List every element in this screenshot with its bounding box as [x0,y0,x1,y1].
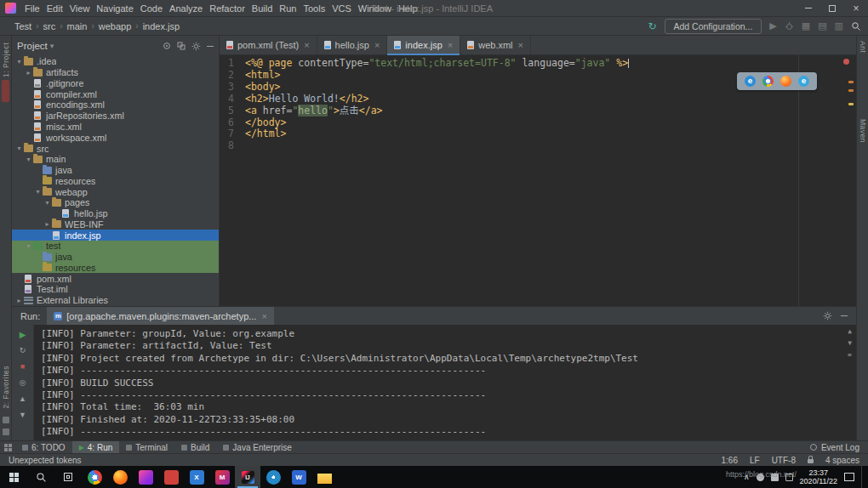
menu-navigate[interactable]: Navigate [93,0,136,17]
start-button[interactable] [0,466,27,488]
tree-expand-arrow-icon[interactable]: ▾ [25,242,32,250]
close-tab-icon[interactable]: × [374,40,380,50]
tree-item-resources[interactable]: resources [12,263,219,274]
close-tab-icon[interactable]: × [518,40,523,50]
line-separator[interactable]: LF [750,456,760,465]
tree-item-webapp[interactable]: ▾webapp [12,186,219,197]
action-center-icon[interactable] [844,473,854,481]
tree-item-test[interactable]: ▾test [12,241,219,252]
editor-tab-web.xml[interactable]: web.xml× [460,36,531,54]
error-stripe-mark[interactable] [848,89,854,92]
coverage-icon[interactable]: ▦ [802,21,810,31]
tray-status-icon-1[interactable] [757,474,764,481]
tray-status-icon-2[interactable] [771,474,779,481]
soft-wrap-icon[interactable]: ≡ [848,352,852,359]
ant-tool-button[interactable]: Ant [859,41,867,53]
tree-item-external-libraries[interactable]: ▸External Libraries [12,295,219,306]
add-configuration-button[interactable]: Add Configuration... [665,19,762,34]
breadcrumb-item-main[interactable]: main [66,21,89,31]
chrome-browser-icon[interactable] [762,76,774,87]
left-stripe-tool-badge[interactable] [2,80,9,102]
editor-body[interactable]: 1<%@ page contentType="text/html;charset… [220,55,856,306]
tree-expand-arrow-icon[interactable]: ▸ [15,297,23,304]
ie-browser-icon[interactable]: e [798,76,809,87]
left-stripe-icon-2[interactable] [3,428,9,435]
stop-button[interactable]: ■ [16,361,30,372]
tool-window-button-4-run[interactable]: ▶4: Run [72,441,120,453]
error-indicator-icon[interactable] [843,59,849,65]
taskbar-app-intellij[interactable]: IJ [235,466,260,488]
menu-build[interactable]: Build [248,0,276,17]
read-only-lock-icon[interactable] [808,459,814,463]
search-everywhere-icon[interactable] [851,21,861,31]
tool-window-button-terminal[interactable]: Terminal [119,441,174,453]
file-encoding[interactable]: UTF-8 [772,456,796,465]
scroll-up-icon[interactable]: ▲ [16,394,30,405]
tree-item-resources[interactable]: resources [12,175,219,186]
taskbar-clock[interactable]: 23:37 2020/11/22 [800,468,837,485]
run-configuration-tab[interactable]: m [org.apache.maven.plugins:maven-archet… [47,307,274,325]
rerun-button[interactable]: ▶ [16,329,30,340]
load-maven-changes-icon[interactable]: ↻ [648,21,656,31]
down-stack-icon[interactable]: ▼ [848,340,852,347]
menu-file[interactable]: File [21,0,43,17]
status-message[interactable]: Unexpected tokens [9,456,82,465]
tree-item-hello.jsp[interactable]: hello.jsp [12,208,219,219]
editor-tab-pom.xml-test-[interactable]: pom.xml (Test)× [220,36,317,54]
tree-item-test.iml[interactable]: Test.iml [12,284,219,295]
tree-expand-arrow-icon[interactable]: ▾ [15,58,23,65]
favorites-tool-button[interactable]: 2: Favorites [2,366,10,408]
tree-item-java[interactable]: java [12,252,219,263]
tree-item-pages[interactable]: ▾pages [12,197,219,208]
tree-item-artifacts[interactable]: ▸artifacts [12,67,219,78]
project-tool-button[interactable]: 1: Project [2,43,10,77]
profiler-icon[interactable]: ▤ [818,21,826,31]
tool-window-button-java-enterprise[interactable]: Java Enterprise [216,441,298,453]
tree-item-.idea[interactable]: ▾.idea [12,56,219,67]
menu-tools[interactable]: Tools [300,0,328,17]
tree-expand-arrow-icon[interactable]: ▸ [43,220,51,228]
tray-chevron-icon[interactable]: ∧ [744,473,750,481]
settings-gear-icon[interactable] [191,42,201,51]
close-tab-icon[interactable]: × [448,40,453,50]
taskbar-app-chrome[interactable] [82,466,107,488]
tree-expand-arrow-icon[interactable]: ▾ [34,188,42,196]
taskbar-app-explorer[interactable] [311,466,337,488]
tree-item-jarrepositories.xml[interactable]: jarRepositories.xml [12,111,219,122]
breadcrumb-item-test[interactable]: Test [14,21,32,31]
debug-button[interactable] [785,21,794,31]
maximize-button[interactable] [820,0,844,16]
error-stripe-mark[interactable] [848,81,854,83]
pin-icon[interactable]: ◎ [16,377,30,389]
tree-item-encodings.xml[interactable]: encodings.xml [12,99,219,111]
tree-expand-arrow-icon[interactable]: ▾ [43,199,51,207]
tree-expand-arrow-icon[interactable]: ▸ [25,69,32,77]
scroll-down-icon[interactable]: ▼ [16,410,30,421]
tree-item-misc.xml[interactable]: misc.xml [12,122,219,133]
menu-code[interactable]: Code [137,0,166,17]
tree-item-compiler.xml[interactable]: compiler.xml [12,88,219,99]
menu-edit[interactable]: Edit [43,0,66,17]
close-button[interactable]: × [844,0,868,16]
hide-panel-icon[interactable] [207,46,214,47]
breadcrumb-item-index.jsp[interactable]: index.jsp [142,21,180,31]
locate-file-icon[interactable] [163,42,171,50]
task-view-button[interactable] [54,466,82,488]
layout-icon[interactable]: ▥ [835,21,843,31]
breadcrumb-item-webapp[interactable]: webapp [98,21,133,31]
menu-view[interactable]: View [66,0,94,17]
left-stripe-icon-1[interactable] [3,417,9,423]
tree-item-src[interactable]: ▾src [12,143,219,154]
taskbar-app-teal[interactable] [260,466,286,488]
editor-tab-index.jsp[interactable]: index.jsp× [387,36,460,54]
menu-run[interactable]: Run [276,0,300,17]
tree-item-main[interactable]: ▾main [12,154,219,165]
taskbar-app-m[interactable]: M [209,466,235,488]
menu-refactor[interactable]: Refactor [206,0,248,17]
code-area[interactable]: 1<%@ page contentType="text/html;charset… [220,55,856,152]
minimize-button[interactable] [797,0,820,16]
taskbar-app-wps[interactable]: W [286,466,311,488]
menu-analyze[interactable]: Analyze [166,0,206,17]
tray-status-icon-3[interactable] [785,474,793,481]
taskbar-app-firefox[interactable] [107,466,133,488]
